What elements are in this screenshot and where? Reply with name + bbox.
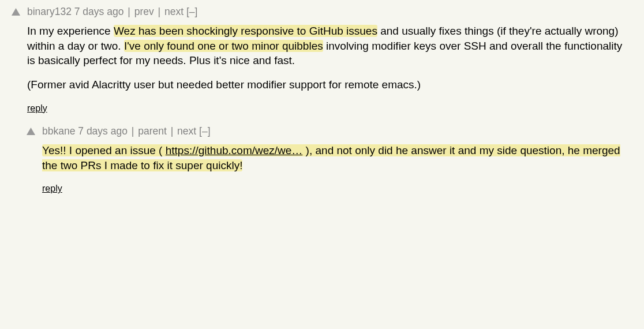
highlight: Wez has been shockingly responsive to Gi… [114,25,377,37]
comment-paragraph: (Former avid Alacritty user but needed b… [27,77,632,92]
upvote-button[interactable] [12,8,20,16]
separator: | [168,125,176,137]
svg-marker-1 [27,128,35,135]
upvote-button[interactable] [27,128,35,135]
parent-link[interactable]: parent [138,125,167,137]
comment: binary132 7 days ago | prev | next [–] I… [12,6,632,115]
issue-link[interactable]: https://github.com/wez/we… [166,144,303,156]
next-link[interactable]: next [164,6,184,17]
collapse-toggle[interactable]: [–] [186,6,197,17]
reply-link[interactable]: reply [42,184,62,193]
comment-content: bbkane 7 days ago | parent | next [–] Ye… [42,125,632,196]
comment-age[interactable]: 7 days ago [78,125,128,137]
highlight: Yes!! I opened an issue ( https://github… [42,144,620,171]
comment-content: binary132 7 days ago | prev | next [–] I… [27,6,632,115]
text: Yes!! I opened an issue ( [42,144,166,156]
comment-body: In my experience Wez has been shockingly… [27,24,632,115]
comment-body: Yes!! I opened an issue ( https://github… [42,143,632,196]
highlight: I've only found one or two minor quibble… [124,40,323,52]
separator: | [155,6,163,17]
comment-paragraph: Yes!! I opened an issue ( https://github… [42,143,632,173]
comment-header: bbkane 7 days ago | parent | next [–] [42,125,632,137]
comment-header: binary132 7 days ago | prev | next [–] [27,6,632,18]
prev-link[interactable]: prev [134,6,154,17]
separator: | [125,6,133,17]
reply-link[interactable]: reply [27,103,47,113]
comment-age[interactable]: 7 days ago [74,6,124,17]
comment-author[interactable]: binary132 [27,6,72,17]
comment-paragraph: In my experience Wez has been shockingly… [27,24,632,68]
svg-marker-0 [12,8,20,16]
separator: | [129,125,137,137]
text: In my experience [27,25,114,37]
next-link[interactable]: next [177,125,196,137]
comment-reply: bbkane 7 days ago | parent | next [–] Ye… [27,125,632,196]
comment-author[interactable]: bbkane [42,125,75,137]
collapse-toggle[interactable]: [–] [199,125,210,137]
